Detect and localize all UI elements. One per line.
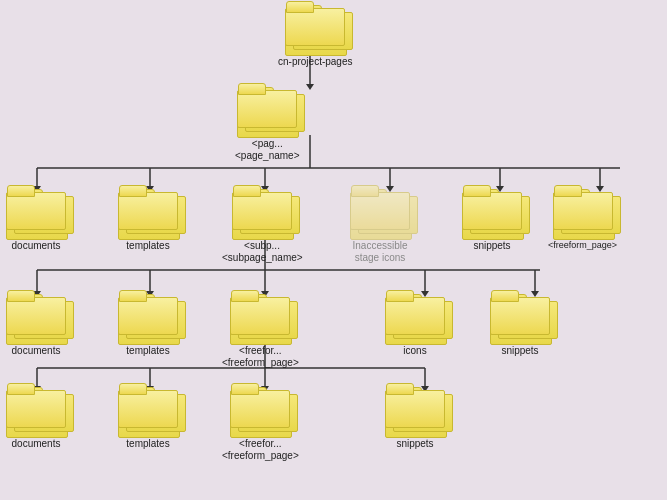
svg-marker-1 bbox=[306, 84, 314, 90]
folder-r3-snip-label: snippets bbox=[501, 345, 538, 357]
folder-root-label: cn-project-pages bbox=[278, 56, 352, 68]
folder-root[interactable]: cn-project-pages bbox=[278, 8, 352, 68]
folder-r4-tmpl-icon bbox=[118, 390, 178, 436]
folder-r2-tmpl-icon bbox=[118, 192, 178, 238]
folder-r2-subpage-icon bbox=[232, 192, 292, 238]
folder-r3-snip-icon bbox=[490, 297, 550, 343]
folder-r3-doc-label: documents bbox=[12, 345, 61, 357]
folder-row4-snippets[interactable]: snippets bbox=[385, 390, 445, 450]
folder-r3-tmpl-label: templates bbox=[126, 345, 169, 357]
folder-row4-documents[interactable]: documents bbox=[6, 390, 66, 450]
folder-r2-inac-label: Inaccessiblestage icons bbox=[352, 240, 407, 264]
folder-r4-tmpl-label: templates bbox=[126, 438, 169, 450]
folder-r4-free-label: <freefor... <freeform_page> bbox=[222, 438, 299, 462]
folder-page-icon bbox=[237, 90, 297, 136]
folder-row3-snippets[interactable]: snippets bbox=[490, 297, 550, 357]
folder-r4-doc-icon bbox=[6, 390, 66, 436]
diagram: cn-project-pages <pag... <page_name> doc… bbox=[0, 0, 667, 500]
folder-row2-subpage[interactable]: <subp... <subpage_name> bbox=[222, 192, 302, 264]
folder-row3-icons[interactable]: icons bbox=[385, 297, 445, 357]
folder-r3-tmpl-icon bbox=[118, 297, 178, 343]
folder-r4-free-icon bbox=[230, 390, 290, 436]
folder-r4-snip-icon bbox=[385, 390, 445, 436]
folder-r3-doc-icon bbox=[6, 297, 66, 343]
folder-r2-doc-icon bbox=[6, 192, 66, 238]
folder-row3-templates[interactable]: templates bbox=[118, 297, 178, 357]
folder-r2-snip-label: snippets bbox=[473, 240, 510, 252]
folder-page-label: <pag... <page_name> bbox=[235, 138, 300, 162]
folder-row2-freeform[interactable]: <freeform_page> bbox=[548, 192, 617, 251]
folder-r3-free-icon bbox=[230, 297, 290, 343]
folder-row3-documents[interactable]: documents bbox=[6, 297, 66, 357]
folder-page[interactable]: <pag... <page_name> bbox=[235, 90, 300, 162]
folder-r2-free-label: <freeform_page> bbox=[548, 240, 617, 251]
folder-row2-inaccessible[interactable]: Inaccessiblestage icons bbox=[350, 192, 410, 264]
folder-row3-freeform[interactable]: <freefor... <freeform_page> bbox=[222, 297, 299, 369]
folder-r2-tmpl-label: templates bbox=[126, 240, 169, 252]
folder-root-icon bbox=[285, 8, 345, 54]
folder-r3-icons-icon bbox=[385, 297, 445, 343]
folder-r4-doc-label: documents bbox=[12, 438, 61, 450]
folder-r2-free-icon bbox=[553, 192, 613, 238]
folder-r4-snip-label: snippets bbox=[396, 438, 433, 450]
folder-r2-snip-icon bbox=[462, 192, 522, 238]
folder-row4-freeform[interactable]: <freefor... <freeform_page> bbox=[222, 390, 299, 462]
folder-row2-snippets[interactable]: snippets bbox=[462, 192, 522, 252]
folder-r2-doc-label: documents bbox=[12, 240, 61, 252]
folder-r2-subpage-label: <subp... <subpage_name> bbox=[222, 240, 302, 264]
folder-r3-icons-label: icons bbox=[403, 345, 426, 357]
folder-row2-templates[interactable]: templates bbox=[118, 192, 178, 252]
folder-r3-free-label: <freefor... <freeform_page> bbox=[222, 345, 299, 369]
folder-row4-templates[interactable]: templates bbox=[118, 390, 178, 450]
folder-r2-inac-icon bbox=[350, 192, 410, 238]
folder-row2-documents[interactable]: documents bbox=[6, 192, 66, 252]
